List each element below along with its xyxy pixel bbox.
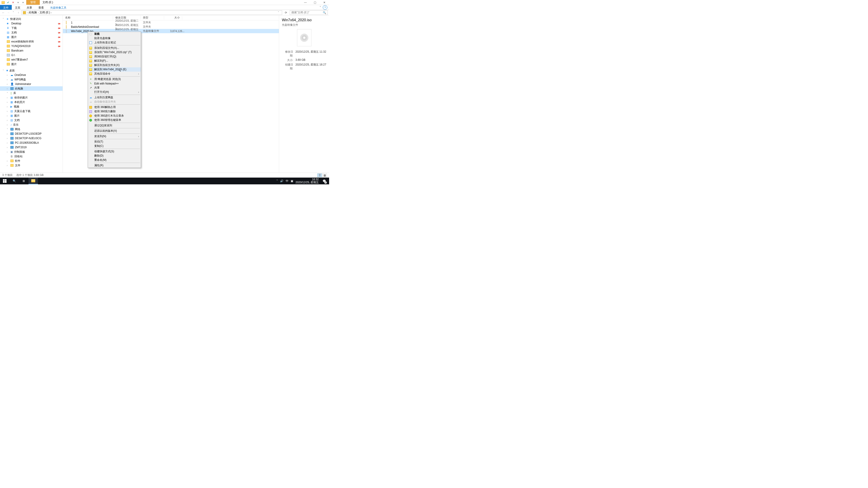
clock[interactable]: 16:32 2020/12/25, 星期五 [296, 178, 319, 184]
ctx-open-with[interactable]: 打开方式(H)› [88, 90, 141, 94]
tree-recycle[interactable]: 🗑回收站 [0, 154, 63, 159]
ctx-bee-browser[interactable]: ✦用 蜂蜜浏览器 浏览(3) [88, 77, 141, 81]
ctx-360-unlock[interactable]: 使用 360解除占用 [88, 105, 141, 109]
tab-disc-tools[interactable]: 光盘映像工具 [47, 5, 70, 10]
qat-dropdown-icon[interactable]: ▾ [21, 1, 25, 4]
tab-view[interactable]: 查看 [35, 5, 47, 10]
tree-music[interactable]: ›♪音乐 [0, 123, 63, 127]
col-size[interactable]: 大小 [164, 16, 182, 20]
file-row[interactable]: 1 2020/12/15, 星期二 1... 文件夹 [63, 20, 279, 25]
ctx-restore-prev[interactable]: 还原以前的版本(V) [88, 129, 141, 133]
tree-win7[interactable]: win7重装win7 [0, 57, 63, 62]
tab-home[interactable]: 主页 [12, 5, 24, 10]
tree-library[interactable]: ˅▯库 [0, 91, 63, 95]
tree-software[interactable]: ›软件 [0, 159, 63, 163]
ctx-copy[interactable]: 复制(C) [88, 144, 141, 148]
qat-new-icon[interactable]: ▾ [16, 1, 20, 4]
crumb-root[interactable]: 此电脑 [29, 11, 37, 14]
tree-admin[interactable]: ›👤Administrator [0, 82, 63, 86]
minimize-button[interactable]: — [301, 0, 310, 5]
taskview-button[interactable]: ⊞ [19, 177, 29, 184]
tree-network[interactable]: ˅网络 [0, 127, 63, 131]
tree-pc1[interactable]: ›DESKTOP-LSSOEDP [0, 131, 63, 136]
tree-tianyi[interactable]: ›▤天翼云盘下载 [0, 109, 63, 113]
col-name[interactable]: 名称 [63, 16, 113, 20]
ctx-burn[interactable]: 刻录光盘映像 [88, 36, 141, 40]
tree-pics3[interactable]: ›▦图片 [0, 113, 63, 118]
tree-yunqishi[interactable]: YUNQISHI2019📌 [0, 44, 63, 48]
breadcrumb[interactable]: › 此电脑 › 文档 (E:) › ˅ [21, 10, 282, 15]
back-button[interactable]: ← [1, 11, 5, 15]
ctx-other-compress[interactable]: 其他压缩命令› [88, 72, 141, 76]
address-dropdown-icon[interactable]: ˅ [276, 11, 281, 15]
volume-icon[interactable]: 🔊 [280, 180, 283, 183]
col-type[interactable]: 类型 [141, 16, 164, 20]
ctx-qq-send[interactable]: 通过QQ发送到 [88, 123, 141, 128]
tree-pc2[interactable]: ›DESKTOP-NJEU3CG [0, 136, 63, 140]
ctx-rename[interactable]: 重命名(M) [88, 158, 141, 162]
tree-pc4[interactable]: ›ZMT2019 [0, 145, 63, 150]
ctx-add-archive[interactable]: 添加到压缩文件(A)... [88, 46, 141, 50]
ctx-360-delete[interactable]: 使用 360强力删除 [88, 109, 141, 113]
ribbon-expand-icon[interactable]: ˅ [318, 6, 323, 9]
tree-desktop-group[interactable]: ˅■桌面 [0, 68, 63, 73]
up-button[interactable]: ↑ [16, 11, 20, 15]
ctx-baidu-upload[interactable]: ☁上传到百度网盘 [88, 95, 141, 100]
ctx-360-scan[interactable]: 使用 360进行木马云查杀 [88, 113, 141, 118]
tree-pics2[interactable]: 图片 [0, 62, 63, 66]
ctx-cut[interactable]: 剪切(T) [88, 140, 141, 144]
tree-pictures[interactable]: ▦图片📌 [0, 35, 63, 39]
ctx-youdao[interactable]: 上传到有道云笔记 [88, 40, 141, 45]
tree-desktop[interactable]: ■Desktop📌 [0, 21, 63, 26]
refresh-button[interactable]: ⟳ [284, 11, 288, 15]
tree-cpanel[interactable]: ›▣控制面板 [0, 150, 63, 154]
tree-docs2[interactable]: ›▤文档 [0, 118, 63, 123]
ctx-extract-here[interactable]: 解压到当前文件夹(X) [88, 63, 141, 67]
start-button[interactable] [0, 177, 9, 184]
maximize-button[interactable]: ▢ [310, 0, 320, 5]
qat-check-icon[interactable]: ✔ [6, 1, 10, 4]
tree-documents[interactable]: ▤文档📌 [0, 30, 63, 35]
tray-app-icon[interactable]: ▣ [291, 180, 293, 183]
view-icons-button[interactable]: ▦ [322, 173, 327, 177]
tree-files[interactable]: ›文件 [0, 163, 63, 168]
ctx-share[interactable]: ↗共享 [88, 86, 141, 90]
tree-quick-access[interactable]: ˅★快速访问 [0, 17, 63, 21]
tree-wps[interactable]: ›☁WPS网盘 [0, 77, 63, 82]
tray-overflow-icon[interactable]: ˄ [276, 180, 278, 183]
ctx-extract-named[interactable]: 解压到 Win7x64_2020\ (E) [88, 67, 141, 72]
tree-downloads[interactable]: ⬇下载📌 [0, 26, 63, 30]
ctx-properties[interactable]: 属性(R) [88, 163, 141, 168]
tab-share[interactable]: 共享 [24, 5, 35, 10]
search-input[interactable]: 搜索"文档 (E:)" 🔍 [290, 10, 328, 15]
ctx-delete[interactable]: 删除(D) [88, 154, 141, 158]
ctx-shortcut[interactable]: 创建快捷方式(S) [88, 149, 141, 154]
forward-button[interactable]: → [6, 11, 10, 15]
tree-gdrive[interactable]: G:\ [0, 53, 63, 57]
tree-savedpics[interactable]: ›▦保存的图片 [0, 95, 63, 100]
ime-icon[interactable]: 中 [286, 179, 288, 183]
notification-center-icon[interactable]: 💬3 [321, 178, 327, 184]
ctx-add-zip[interactable]: 添加到 "Win7x64_2020.zip" (T) [88, 50, 141, 55]
ctx-360-manage[interactable]: 使用 360管理右键菜单 [88, 118, 141, 122]
tree-video[interactable]: ›▶视频 [0, 104, 63, 109]
tree-pc3[interactable]: ›PC-20190530OBLA [0, 140, 63, 145]
recent-dropdown[interactable]: ˅ [11, 11, 16, 15]
qat-close-icon[interactable]: ✕ [11, 1, 15, 4]
tree-bandicam[interactable]: Bandicam [0, 48, 63, 53]
ctx-extract-to[interactable]: 解压到(F)... [88, 59, 141, 63]
tree-thispc[interactable]: ›此电脑 [0, 86, 63, 91]
view-details-button[interactable]: ☰ [317, 173, 322, 177]
ctx-send-to[interactable]: 发送到(N)› [88, 134, 141, 138]
explorer-taskbar-icon[interactable] [29, 177, 38, 184]
ctx-notepadpp[interactable]: ✎Edit with Notepad++ [88, 81, 141, 86]
search-button[interactable]: 🔍 [9, 177, 19, 184]
file-row[interactable]: BaiduNetdiskDownload 2020/12/25, 星期五 1..… [63, 25, 279, 29]
close-button[interactable]: ✕ [320, 0, 329, 5]
tree-excel[interactable]: excel表格制作求和📌 [0, 39, 63, 44]
tab-file[interactable]: 文件 [0, 5, 12, 10]
ctx-open-360zip[interactable]: 用360压缩打开(Q) [88, 55, 141, 59]
tree-camroll[interactable]: ›▦本机照片 [0, 100, 63, 104]
tree-onedrive[interactable]: ›☁OneDrive [0, 73, 63, 77]
help-icon[interactable]: ? [323, 5, 327, 10]
